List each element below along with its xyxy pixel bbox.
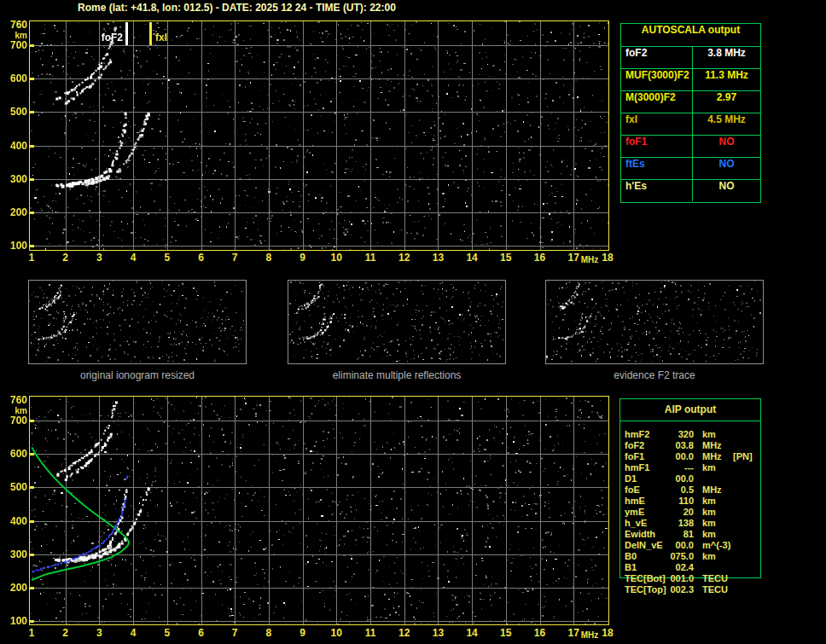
x-tick-label: 8 [258, 252, 280, 264]
x-tick-label: 4 [122, 627, 144, 639]
y-tick-label: 400 [2, 515, 27, 527]
x-tick-label: 2 [55, 627, 77, 639]
y-tick-label: 300 [2, 173, 27, 185]
autoscala-row-ftes: ftEsNO [621, 158, 760, 180]
aip-row-unit: TECU [702, 573, 731, 584]
thumbnail-original-ionogram-canvas [29, 281, 244, 362]
x-tick-label: 7 [224, 627, 246, 639]
aip-row-tectop: TEC[Top]002.3TECU [620, 584, 760, 595]
autoscala-row-fof1: foF1NO [621, 136, 760, 158]
autoscala-row-value: NO [693, 158, 760, 179]
aip-row-unit: TECU [702, 584, 731, 595]
autoscala-row-label: foF1 [621, 136, 693, 157]
aip-row-label: DelN_vE [625, 540, 668, 551]
x-tick-label: 15 [495, 627, 517, 639]
autoscala-row-label: h'Es [621, 180, 693, 201]
aip-row-value: 00.0 [668, 451, 694, 462]
x-tick-label: 14 [461, 252, 483, 264]
y-tick-label: 200 [2, 206, 27, 218]
x-tick-label: 15 [495, 252, 517, 264]
y-tick-label: 300 [2, 548, 27, 560]
aip-row-value: 20 [668, 507, 694, 518]
aip-row-label: B0 [625, 551, 668, 562]
x-tick-label: 3 [88, 252, 110, 264]
aip-output-table: AIP output hmF2320kmfoF203.8MHzfoF100.0M… [620, 398, 761, 578]
recorded-ionogram-plot [29, 20, 609, 251]
x-tick-label: 3 [88, 627, 110, 639]
aip-row-value: 138 [668, 518, 694, 529]
aip-row-value: 0.5 [668, 484, 694, 496]
x-tick-label: 12 [393, 627, 416, 639]
x-tick-label: 9 [292, 627, 314, 639]
y-tick-label: 100 [2, 615, 27, 627]
autoscala-row-value: 11.3 MHz [693, 69, 760, 90]
aip-row-label: Ewidth [625, 529, 668, 540]
aip-row-foe: foE0.5MHz [620, 484, 760, 496]
aip-row-hmf1: hmF1---km [620, 462, 760, 473]
x-tick-label: 10 [325, 627, 347, 639]
aip-row-label: hmE [625, 496, 668, 507]
autoscala-row-value: 4.5 MHz [693, 113, 760, 135]
aip-row-label: ymE [625, 507, 668, 518]
aip-row-label: hmF1 [625, 462, 668, 473]
x-tick-label: 5 [156, 627, 178, 639]
autoscala-row-m3000f2: M(3000)F22.97 [621, 91, 760, 113]
x-tick-label: 11 [359, 252, 381, 264]
y-tick-label: 500 [2, 106, 27, 118]
x-tick-label: 4 [122, 252, 144, 264]
x-tick-label: 16 [529, 252, 551, 264]
aip-row-unit: MHz [702, 451, 731, 462]
aip-row-delnve: DelN_vE00.0m^(-3) [620, 540, 760, 551]
x-tick-label: 10 [325, 252, 347, 264]
aip-row-unit: m^(-3) [702, 540, 731, 551]
aip-row-value: 320 [668, 429, 694, 440]
thumbnail-evidence-f2-trace [545, 280, 764, 364]
x-tick-label: 16 [529, 627, 551, 639]
x-tick-label: 6 [190, 627, 212, 639]
aip-row-label: foE [625, 484, 668, 496]
aip-row-label: TEC[Top] [625, 584, 668, 595]
x-tick-label: 1 [20, 252, 43, 264]
aip-row-label: TEC[Bot] [625, 573, 668, 584]
aip-row-d1: D100.0 [620, 473, 760, 484]
x-tick-label: 11 [359, 627, 381, 639]
x-tick-label: 12 [393, 252, 416, 264]
aip-row-b0: B0075.0km [620, 551, 760, 562]
aip-row-unit: km [702, 462, 731, 473]
autoscala-output-screen: Rome (lat: +41.8, lon: 012.5) - DATE: 20… [0, 0, 826, 644]
aip-row-value: 001.0 [668, 573, 694, 584]
autoscala-row-value: 2.97 [693, 91, 760, 113]
aip-row-hme: hmE110km [620, 496, 760, 507]
aip-row-unit: km [702, 507, 731, 518]
x-tick-label: 8 [258, 627, 280, 639]
aip-row-unit [702, 562, 731, 573]
autoscala-row-hes: h'EsNO [621, 180, 760, 201]
y-tick-label: 600 [2, 73, 27, 84]
aip-row-value: 110 [668, 496, 694, 507]
station-date-time-title: Rome (lat: +41.8, lon: 012.5) - DATE: 20… [78, 2, 396, 14]
aip-row-value: --- [668, 462, 694, 473]
aip-row-value: 075.0 [668, 551, 694, 562]
aip-row-unit: MHz [702, 440, 731, 451]
x-axis-unit-label: MHz [579, 630, 601, 640]
aip-row-tecbot: TEC[Bot]001.0TECU [620, 573, 760, 584]
aip-row-label: B1 [625, 562, 668, 573]
autoscala-table-title: AUTOSCALA output [621, 24, 760, 47]
aip-row-label: D1 [625, 473, 668, 484]
aip-row-fof1: foF100.0MHz[PN] [620, 451, 760, 462]
x-tick-label: 13 [427, 252, 449, 264]
autoscala-row-label: MUF(3000)F2 [621, 69, 693, 90]
x-tick-label: 6 [190, 252, 212, 264]
x-tick-label: 14 [461, 627, 483, 639]
y-tick-label: 760 [2, 19, 27, 31]
aip-row-unit: km [702, 429, 731, 440]
thumbnail-original-ionogram [28, 280, 247, 364]
aip-row-unit [702, 473, 731, 484]
aip-row-unit: MHz [702, 484, 731, 496]
x-tick-label: 5 [156, 252, 178, 264]
y-tick-label: 700 [2, 39, 27, 51]
autoscala-row-muf3000f2: MUF(3000)F211.3 MHz [621, 69, 760, 91]
aip-row-hmf2: hmF2320km [620, 429, 760, 440]
x-tick-label: 2 [55, 252, 77, 264]
thumbnail-caption-eliminate: eliminate multiple reflections [288, 369, 506, 381]
